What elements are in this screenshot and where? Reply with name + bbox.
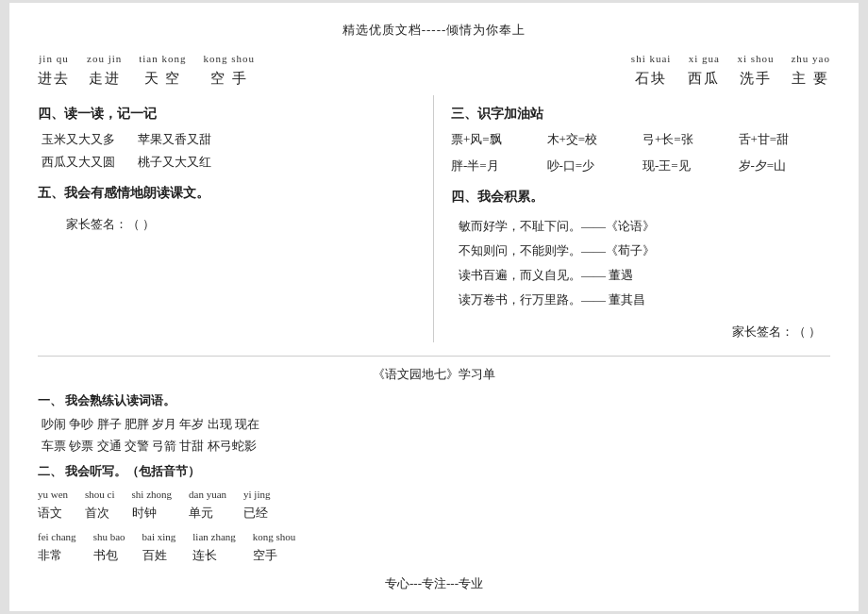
- listen-row2: fei chang非常shu bao书包bai xing百姓lian zhang…: [38, 528, 830, 567]
- listen-pinyin: fei chang: [38, 528, 76, 546]
- pinyin: zou jin: [87, 50, 122, 68]
- listen-pinyin: kong shou: [253, 528, 296, 546]
- word-item: zou jin走进: [87, 50, 122, 91]
- listen-item: shu bao书包: [93, 528, 125, 567]
- hanzi: 石块: [635, 67, 667, 91]
- section4-right-title: 四、我会积累。: [451, 186, 830, 208]
- listen-hanzi: 书包: [93, 545, 118, 566]
- listen-pinyin: shou ci: [85, 486, 114, 504]
- word-item: jin qu进去: [38, 50, 70, 91]
- read-col2: 桃子又大又红: [138, 152, 211, 173]
- identify-item: 票+风=飘: [451, 129, 543, 150]
- identify-grid: 票+风=飘木+交=校弓+长=张舌+甘=甜胖-半=月吵-口=少现-王=见岁-夕=山: [451, 129, 830, 176]
- footer: 专心---专注---专业: [38, 573, 830, 594]
- listen-item: lian zhang连长: [192, 528, 236, 567]
- vocab-row1: 吵闹 争吵 胖子 肥胖 岁月 年岁 出现 现在: [42, 413, 830, 435]
- hanzi: 空 手: [210, 67, 248, 91]
- identify-item: 弓+长=张: [643, 129, 735, 150]
- main-page: 精选优质文档-----倾情为你奉上 jin qu进去zou jin走进tian …: [9, 3, 859, 612]
- listen-hanzi: 空手: [253, 545, 277, 566]
- listen-item: bai xing百姓: [142, 528, 176, 567]
- listen-item: yu wen语文: [38, 486, 68, 524]
- bottom-title: 《语文园地七》学习单: [38, 364, 830, 385]
- section1-bottom-title: 一、 我会熟练认读词语。: [38, 390, 830, 411]
- section2-bottom-title: 二、 我会听写。（包括音节）: [38, 461, 830, 482]
- identify-item: 现-王=见: [643, 156, 735, 176]
- read-row: 西瓜又大又圆桃子又大又红: [42, 152, 418, 173]
- listen-pinyin: shu bao: [93, 528, 125, 546]
- section3-right-title: 三、识字加油站: [451, 103, 830, 125]
- hanzi: 洗手: [740, 67, 772, 91]
- pinyin: xi shou: [737, 50, 774, 68]
- hanzi: 西瓜: [688, 67, 720, 91]
- word-item: xi gua西瓜: [688, 50, 720, 91]
- listen-hanzi: 已经: [243, 503, 268, 523]
- accumulate-line: 敏而好学，不耻下问。——《论语》: [459, 214, 830, 239]
- parent-sign-left: 家长签名：（ ）: [66, 214, 418, 235]
- listen-pinyin: dan yuan: [189, 486, 226, 504]
- section5-title: 五、我会有感情地朗读课文。: [38, 182, 418, 205]
- word-item: shi kuai石块: [631, 50, 672, 91]
- accumulate-line: 读万卷书，行万里路。—— 董其昌: [459, 288, 830, 312]
- hanzi: 进去: [38, 67, 70, 91]
- read-col1: 玉米又大又多: [42, 129, 115, 150]
- word-item: tian kong天 空: [139, 50, 186, 91]
- pinyin: kong shou: [204, 50, 256, 68]
- listen-pinyin: lian zhang: [192, 528, 236, 546]
- page-title: 精选优质文档-----倾情为你奉上: [38, 20, 830, 41]
- bottom-section: 《语文园地七》学习单 一、 我会熟练认读词语。 吵闹 争吵 胖子 肥胖 岁月 年…: [38, 356, 830, 595]
- listen-row1: yu wen语文shou ci首次shi zhong时钟dan yuan单元yi…: [38, 486, 830, 524]
- accumulate-line: 读书百遍，而义自见。—— 董遇: [459, 263, 830, 288]
- listen-hanzi: 非常: [38, 545, 62, 566]
- listen-item: shi zhong时钟: [132, 486, 172, 524]
- right-column: 三、识字加油站 票+风=飘木+交=校弓+长=张舌+甘=甜胖-半=月吵-口=少现-…: [434, 95, 830, 342]
- hanzi: 天 空: [144, 67, 182, 91]
- identify-item: 岁-夕=山: [739, 156, 831, 176]
- identify-item: 吵-口=少: [547, 156, 640, 176]
- section5: 五、我会有感情地朗读课文。: [38, 182, 418, 205]
- listen-hanzi: 连长: [192, 545, 217, 566]
- listen-item: yi jing已经: [243, 486, 270, 524]
- listen-item: fei chang非常: [38, 528, 76, 567]
- listen-pinyin: yu wen: [38, 486, 68, 504]
- top-words-row: jin qu进去zou jin走进tian kong天 空kong shou空 …: [38, 50, 830, 91]
- pinyin: tian kong: [139, 50, 186, 68]
- listen-pinyin: shi zhong: [132, 486, 172, 504]
- listen-hanzi: 百姓: [142, 545, 167, 566]
- read-col1: 西瓜又大又圆: [42, 152, 115, 173]
- accumulate-line: 不知则问，不能则学。——《荀子》: [459, 239, 830, 263]
- identify-item: 胖-半=月: [451, 156, 543, 176]
- pinyin: jin qu: [39, 50, 68, 68]
- pinyin: xi gua: [689, 50, 720, 68]
- parent-sign-right: 家长签名：（ ）: [451, 322, 830, 342]
- identify-item: 舌+甘=甜: [739, 129, 831, 150]
- pinyin: shi kuai: [631, 50, 672, 68]
- main-content: 四、读一读，记一记 玉米又大又多苹果又香又甜西瓜又大又圆桃子又大又红 五、我会有…: [38, 95, 830, 342]
- word-item: zhu yao主 要: [791, 50, 830, 91]
- pinyin: zhu yao: [791, 50, 830, 68]
- read-col2: 苹果又香又甜: [138, 129, 211, 150]
- listen-hanzi: 语文: [38, 503, 62, 523]
- listen-section: 二、 我会听写。（包括音节） yu wen语文shou ci首次shi zhon…: [38, 461, 830, 567]
- left-column: 四、读一读，记一记 玉米又大又多苹果又香又甜西瓜又大又圆桃子又大又红 五、我会有…: [38, 95, 434, 342]
- listen-item: shou ci首次: [85, 486, 114, 524]
- word-item: xi shou洗手: [737, 50, 774, 91]
- word-item: kong shou空 手: [204, 50, 256, 91]
- hanzi: 主 要: [792, 67, 829, 91]
- vocab-row2: 车票 钞票 交通 交警 弓箭 甘甜 杯弓蛇影: [42, 435, 830, 456]
- hanzi: 走进: [89, 67, 121, 91]
- listen-hanzi: 时钟: [132, 503, 157, 523]
- identify-item: 木+交=校: [547, 129, 640, 150]
- read-row: 玉米又大又多苹果又香又甜: [42, 129, 418, 150]
- listen-hanzi: 单元: [189, 503, 213, 523]
- listen-pinyin: bai xing: [142, 528, 176, 546]
- accumulate-lines: 敏而好学，不耻下问。——《论语》不知则问，不能则学。——《荀子》读书百遍，而义自…: [459, 214, 830, 312]
- top-left-words: jin qu进去zou jin走进tian kong天 空kong shou空 …: [38, 50, 255, 91]
- listen-item: kong shou空手: [253, 528, 296, 567]
- read-items: 玉米又大又多苹果又香又甜西瓜又大又圆桃子又大又红: [42, 129, 418, 173]
- section4-left-title: 四、读一读，记一记: [38, 103, 418, 125]
- listen-item: dan yuan单元: [189, 486, 226, 524]
- listen-pinyin: yi jing: [243, 486, 270, 504]
- listen-hanzi: 首次: [85, 503, 109, 523]
- top-right-words: shi kuai石块xi gua西瓜xi shou洗手zhu yao主 要: [631, 50, 830, 91]
